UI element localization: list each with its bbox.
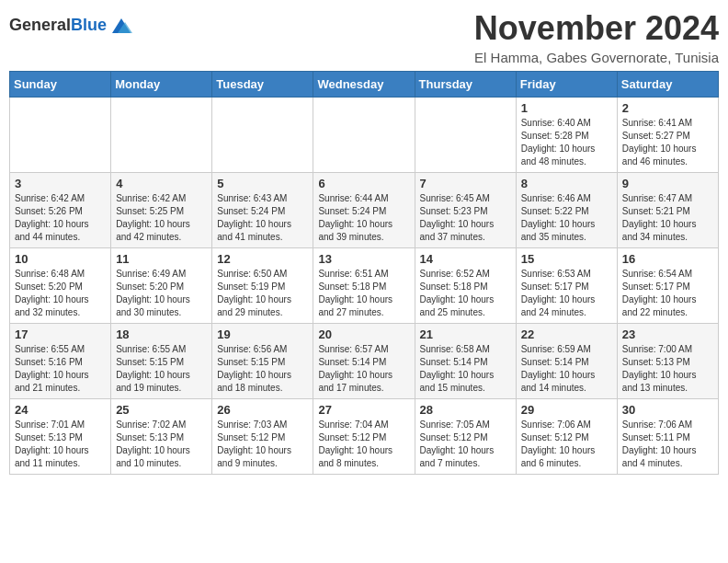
day-number: 28 [420, 403, 511, 417]
calendar-cell: 6Sunrise: 6:44 AMSunset: 5:24 PMDaylight… [313, 173, 415, 248]
calendar-table: SundayMondayTuesdayWednesdayThursdayFrid… [9, 71, 719, 475]
day-number: 24 [15, 403, 106, 417]
day-info: Sunrise: 6:48 AMSunset: 5:20 PMDaylight:… [15, 268, 106, 319]
calendar-cell: 26Sunrise: 7:03 AMSunset: 5:12 PMDayligh… [212, 399, 313, 475]
day-number: 22 [521, 327, 612, 341]
day-number: 13 [318, 252, 409, 266]
day-info: Sunrise: 7:03 AMSunset: 5:12 PMDaylight:… [217, 419, 308, 470]
day-number: 7 [420, 177, 511, 190]
logo: GeneralBlue [9, 13, 134, 39]
day-info: Sunrise: 7:02 AMSunset: 5:13 PMDaylight:… [116, 419, 207, 470]
day-info: Sunrise: 6:40 AMSunset: 5:28 PMDaylight:… [521, 117, 612, 168]
day-number: 25 [116, 403, 207, 417]
day-number: 20 [318, 327, 409, 341]
day-number: 5 [217, 177, 308, 190]
month-title: November 2024 [474, 9, 719, 48]
day-info: Sunrise: 6:51 AMSunset: 5:18 PMDaylight:… [318, 268, 409, 319]
day-info: Sunrise: 6:47 AMSunset: 5:21 PMDaylight:… [622, 192, 713, 244]
day-info: Sunrise: 6:52 AMSunset: 5:18 PMDaylight:… [420, 268, 511, 319]
logo-icon [108, 13, 134, 39]
calendar-week-row: 1Sunrise: 6:40 AMSunset: 5:28 PMDaylight… [10, 98, 719, 173]
day-info: Sunrise: 6:53 AMSunset: 5:17 PMDaylight:… [521, 268, 612, 319]
day-number: 1 [521, 101, 612, 115]
day-info: Sunrise: 6:50 AMSunset: 5:19 PMDaylight:… [217, 268, 308, 319]
calendar-header-wednesday: Wednesday [313, 72, 415, 98]
day-number: 17 [15, 327, 106, 341]
calendar-cell: 22Sunrise: 6:59 AMSunset: 5:14 PMDayligh… [516, 324, 617, 399]
day-info: Sunrise: 6:42 AMSunset: 5:26 PMDaylight:… [15, 192, 106, 244]
day-number: 15 [521, 252, 612, 266]
calendar-cell: 8Sunrise: 6:46 AMSunset: 5:22 PMDaylight… [516, 173, 617, 248]
day-number: 4 [116, 177, 207, 190]
day-number: 11 [116, 252, 207, 266]
day-info: Sunrise: 7:04 AMSunset: 5:12 PMDaylight:… [318, 419, 409, 470]
day-number: 6 [318, 177, 409, 190]
day-number: 27 [318, 403, 409, 417]
calendar-cell: 25Sunrise: 7:02 AMSunset: 5:13 PMDayligh… [111, 399, 212, 475]
calendar-cell: 29Sunrise: 7:06 AMSunset: 5:12 PMDayligh… [516, 399, 617, 475]
calendar-cell: 13Sunrise: 6:51 AMSunset: 5:18 PMDayligh… [313, 248, 415, 324]
logo-general-text: General [9, 16, 71, 34]
day-info: Sunrise: 6:44 AMSunset: 5:24 PMDaylight:… [318, 192, 409, 244]
calendar-header-friday: Friday [516, 72, 617, 98]
calendar-header-tuesday: Tuesday [212, 72, 313, 98]
calendar-cell [415, 98, 516, 173]
location-subtitle: El Hamma, Gabes Governorate, Tunisia [474, 50, 719, 65]
day-number: 3 [15, 177, 106, 190]
calendar-cell: 14Sunrise: 6:52 AMSunset: 5:18 PMDayligh… [415, 248, 516, 324]
calendar-cell: 2Sunrise: 6:41 AMSunset: 5:27 PMDaylight… [617, 98, 718, 173]
day-number: 21 [420, 327, 511, 341]
day-number: 12 [217, 252, 308, 266]
calendar-week-row: 10Sunrise: 6:48 AMSunset: 5:20 PMDayligh… [10, 248, 719, 324]
day-info: Sunrise: 6:42 AMSunset: 5:25 PMDaylight:… [116, 192, 207, 244]
calendar-header-sunday: Sunday [10, 72, 111, 98]
calendar-cell: 9Sunrise: 6:47 AMSunset: 5:21 PMDaylight… [617, 173, 718, 248]
calendar-cell: 10Sunrise: 6:48 AMSunset: 5:20 PMDayligh… [10, 248, 111, 324]
calendar-cell [10, 98, 111, 173]
day-number: 30 [622, 403, 713, 417]
calendar-cell: 21Sunrise: 6:58 AMSunset: 5:14 PMDayligh… [415, 324, 516, 399]
day-number: 14 [420, 252, 511, 266]
day-number: 8 [521, 177, 612, 190]
calendar-cell: 28Sunrise: 7:05 AMSunset: 5:12 PMDayligh… [415, 399, 516, 475]
day-info: Sunrise: 7:06 AMSunset: 5:12 PMDaylight:… [521, 419, 612, 470]
calendar-week-row: 17Sunrise: 6:55 AMSunset: 5:16 PMDayligh… [10, 324, 719, 399]
day-number: 9 [622, 177, 713, 190]
page-header: GeneralBlue November 2024 El Hamma, Gabe… [9, 9, 719, 65]
calendar-cell: 5Sunrise: 6:43 AMSunset: 5:24 PMDaylight… [212, 173, 313, 248]
calendar-header-thursday: Thursday [415, 72, 516, 98]
calendar-cell [111, 98, 212, 173]
day-info: Sunrise: 6:54 AMSunset: 5:17 PMDaylight:… [622, 268, 713, 319]
day-number: 26 [217, 403, 308, 417]
day-number: 2 [622, 101, 713, 115]
calendar-week-row: 24Sunrise: 7:01 AMSunset: 5:13 PMDayligh… [10, 399, 719, 475]
day-info: Sunrise: 7:05 AMSunset: 5:12 PMDaylight:… [420, 419, 511, 470]
calendar-cell: 12Sunrise: 6:50 AMSunset: 5:19 PMDayligh… [212, 248, 313, 324]
day-number: 10 [15, 252, 106, 266]
day-number: 16 [622, 252, 713, 266]
calendar-cell: 18Sunrise: 6:55 AMSunset: 5:15 PMDayligh… [111, 324, 212, 399]
calendar-cell: 3Sunrise: 6:42 AMSunset: 5:26 PMDaylight… [10, 173, 111, 248]
calendar-cell: 19Sunrise: 6:56 AMSunset: 5:15 PMDayligh… [212, 324, 313, 399]
calendar-cell [313, 98, 415, 173]
calendar-cell: 4Sunrise: 6:42 AMSunset: 5:25 PMDaylight… [111, 173, 212, 248]
day-info: Sunrise: 7:01 AMSunset: 5:13 PMDaylight:… [15, 419, 106, 470]
calendar-cell: 20Sunrise: 6:57 AMSunset: 5:14 PMDayligh… [313, 324, 415, 399]
calendar-cell: 15Sunrise: 6:53 AMSunset: 5:17 PMDayligh… [516, 248, 617, 324]
day-info: Sunrise: 6:56 AMSunset: 5:15 PMDaylight:… [217, 343, 308, 395]
calendar-cell: 30Sunrise: 7:06 AMSunset: 5:11 PMDayligh… [617, 399, 718, 475]
calendar-cell: 17Sunrise: 6:55 AMSunset: 5:16 PMDayligh… [10, 324, 111, 399]
day-info: Sunrise: 6:59 AMSunset: 5:14 PMDaylight:… [521, 343, 612, 395]
logo-blue-text: Blue [71, 16, 107, 34]
day-number: 29 [521, 403, 612, 417]
calendar-cell: 1Sunrise: 6:40 AMSunset: 5:28 PMDaylight… [516, 98, 617, 173]
day-number: 19 [217, 327, 308, 341]
calendar-cell [212, 98, 313, 173]
calendar-header-row: SundayMondayTuesdayWednesdayThursdayFrid… [10, 72, 719, 98]
day-info: Sunrise: 6:46 AMSunset: 5:22 PMDaylight:… [521, 192, 612, 244]
day-info: Sunrise: 6:55 AMSunset: 5:15 PMDaylight:… [116, 343, 207, 395]
calendar-cell: 16Sunrise: 6:54 AMSunset: 5:17 PMDayligh… [617, 248, 718, 324]
calendar-header-saturday: Saturday [617, 72, 718, 98]
day-number: 18 [116, 327, 207, 341]
day-number: 23 [622, 327, 713, 341]
